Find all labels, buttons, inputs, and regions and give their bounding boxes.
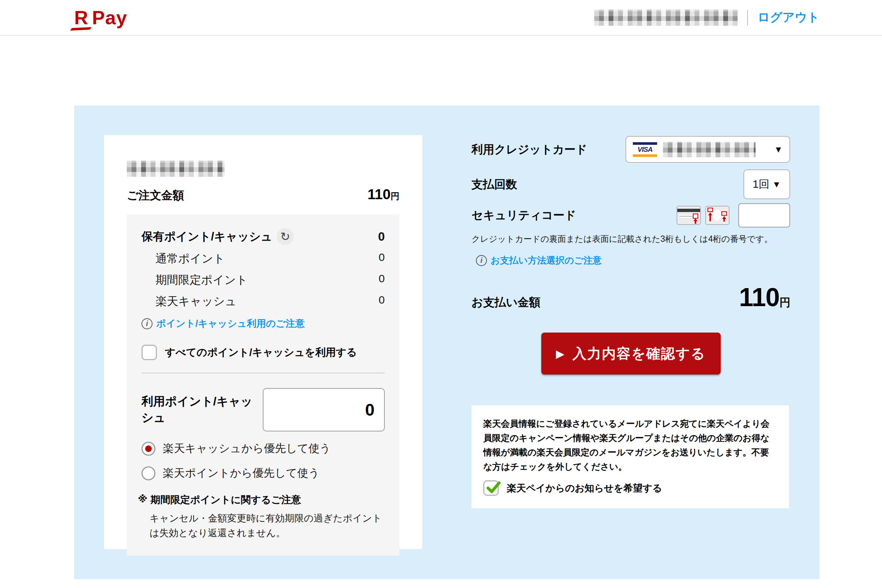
- order-amount-number: 110: [368, 186, 391, 202]
- limited-points-note-body: キャンセル・金額変更時に有効期限の過ぎたポイントは失効となり返還されません。: [141, 511, 384, 540]
- newsletter-optin-row[interactable]: 楽天ペイからのお知らせを希望する: [483, 480, 777, 496]
- newsletter-box: 楽天会員情報にご登録されているメールアドレス宛てに楽天ペイより会員限定のキャンペ…: [471, 405, 789, 508]
- order-amount-label: ご注文金額: [127, 188, 184, 203]
- points-breakdown-row: 楽天キャッシュ 0: [141, 294, 385, 309]
- order-amount-value: 110円: [368, 186, 399, 202]
- limited-points-note-title-row: ※ 期間限定ポイントに関するご注意: [138, 493, 385, 506]
- credit-card-select[interactable]: VISA ▼: [626, 136, 790, 163]
- rakuten-pay-logo: R Pay: [74, 7, 127, 28]
- card-front-cvv-icon: [705, 206, 729, 225]
- installments-label: 支払回数: [471, 177, 517, 192]
- info-icon: i: [476, 255, 487, 266]
- order-amount-unit: 円: [391, 191, 399, 201]
- use-all-points-label: すべてのポイント/キャッシュを利用する: [165, 345, 357, 359]
- order-summary-card: ご注文金額 110円 保有ポイント/キャッシュ ↻ 0 通常ポイント 0 期間限…: [104, 135, 422, 549]
- points-section: 保有ポイント/キャッシュ ↻ 0 通常ポイント 0 期間限定ポイント 0 楽天キ…: [127, 214, 399, 556]
- pay-amount-value: 110円: [739, 283, 790, 312]
- radio-cash-first-label: 楽天キャッシュから優先して使う: [163, 441, 331, 456]
- use-all-points-row[interactable]: すべてのポイント/キャッシュを利用する: [141, 345, 385, 360]
- points-breakdown-row: 期間限定ポイント 0: [141, 272, 385, 288]
- held-points-value: 0: [378, 230, 385, 244]
- method-notice-link[interactable]: お支払い方法選択のご注意: [490, 254, 602, 266]
- info-icon: i: [141, 318, 153, 329]
- confirm-button[interactable]: ▶ 入力内容を確認する: [542, 333, 721, 375]
- installments-select[interactable]: 1回 ▼: [744, 170, 790, 199]
- redacted-card-info: [663, 142, 756, 157]
- refresh-icon[interactable]: ↻: [277, 228, 294, 245]
- use-points-row: 利用ポイント/キャッシュ: [141, 388, 385, 432]
- newsletter-optin-label: 楽天ペイからのお知らせを希望する: [507, 482, 662, 495]
- chevron-down-icon: ▼: [774, 144, 783, 155]
- note-marker: ※: [138, 493, 147, 506]
- redacted-order-name: [127, 160, 225, 177]
- newsletter-body: 楽天会員情報にご登録されているメールアドレス宛てに楽天ペイより会員限定のキャンペ…: [483, 416, 777, 474]
- priority-option-cash[interactable]: 楽天キャッシュから優先して使う: [141, 441, 385, 456]
- breakdown-label: 通常ポイント: [156, 251, 225, 266]
- priority-option-points[interactable]: 楽天ポイントから優先して使う: [141, 466, 385, 481]
- security-code-help: クレジットカードの裏面または表面に記載された3桁もしくは4桁の番号です。: [471, 233, 790, 245]
- use-points-label: 利用ポイント/キャッシュ: [141, 394, 260, 426]
- pay-amount-unit: 円: [780, 296, 790, 308]
- points-breakdown-row: 通常ポイント 0: [141, 251, 385, 266]
- security-code-label: セキュリティコード: [471, 208, 576, 223]
- pay-amount-row: お支払い金額 110円: [471, 283, 790, 312]
- visa-bar-top: [633, 142, 657, 145]
- installments-row: 支払回数 1回 ▼: [471, 170, 790, 199]
- visa-bar-bottom: [633, 154, 657, 157]
- credit-card-label: 利用クレジットカード: [471, 142, 587, 157]
- method-notice-row: i お支払い方法選択のご注意: [471, 254, 790, 266]
- security-code-input[interactable]: [738, 203, 790, 228]
- confirm-button-label: 入力内容を確認する: [573, 344, 706, 363]
- installments-value: 1回: [753, 177, 769, 192]
- logo-pay-text: Pay: [92, 7, 128, 28]
- radio-points-first-label: 楽天ポイントから優先して使う: [163, 466, 320, 481]
- radio-cash-first[interactable]: [141, 442, 156, 456]
- limited-points-note-title: 期間限定ポイントに関するご注意: [150, 493, 301, 506]
- visa-logo-icon: VISA: [633, 142, 657, 157]
- newsletter-checkbox[interactable]: [483, 480, 499, 496]
- chevron-down-icon: ▼: [772, 179, 781, 190]
- breakdown-value: 0: [378, 251, 385, 266]
- breakdown-value: 0: [378, 272, 385, 288]
- breakdown-value: 0: [378, 294, 385, 309]
- card-back-cvv-icon: [676, 206, 701, 225]
- logo-r-mark: R: [74, 7, 88, 28]
- breakdown-label: 楽天キャッシュ: [156, 294, 237, 309]
- payment-column: 利用クレジットカード VISA ▼ 支払回数 1回 ▼ セキュリティコード: [471, 136, 790, 508]
- points-notice-row: i ポイント/キャッシュ利用のご注意: [141, 317, 385, 330]
- breakdown-label: 期間限定ポイント: [156, 272, 248, 288]
- security-code-inputs: [676, 203, 790, 228]
- checkout-panel: ご注文金額 110円 保有ポイント/キャッシュ ↻ 0 通常ポイント 0 期間限…: [74, 105, 819, 579]
- page-header: R Pay ログアウト: [0, 0, 882, 36]
- pay-amount-number: 110: [739, 283, 780, 312]
- use-points-input[interactable]: [263, 388, 385, 432]
- header-account-area: ログアウト: [594, 9, 819, 26]
- radio-points-first[interactable]: [141, 466, 156, 480]
- order-amount-row: ご注文金額 110円: [127, 186, 399, 203]
- header-divider: [747, 10, 748, 26]
- use-all-points-checkbox[interactable]: [141, 345, 157, 360]
- section-divider: [141, 373, 385, 374]
- security-code-row: セキュリティコード: [471, 203, 790, 228]
- check-icon: [485, 480, 501, 496]
- held-points-label: 保有ポイント/キャッシュ: [141, 229, 272, 244]
- pay-amount-label: お支払い金額: [471, 295, 540, 310]
- visa-brand-text: VISA: [633, 145, 657, 154]
- play-arrow-icon: ▶: [556, 347, 564, 360]
- logout-link[interactable]: ログアウト: [758, 9, 819, 26]
- credit-card-row: 利用クレジットカード VISA ▼: [471, 136, 790, 163]
- points-notice-link[interactable]: ポイント/キャッシュ利用のご注意: [156, 317, 304, 330]
- redacted-username: [594, 9, 738, 26]
- held-points-row: 保有ポイント/キャッシュ ↻ 0: [141, 228, 385, 245]
